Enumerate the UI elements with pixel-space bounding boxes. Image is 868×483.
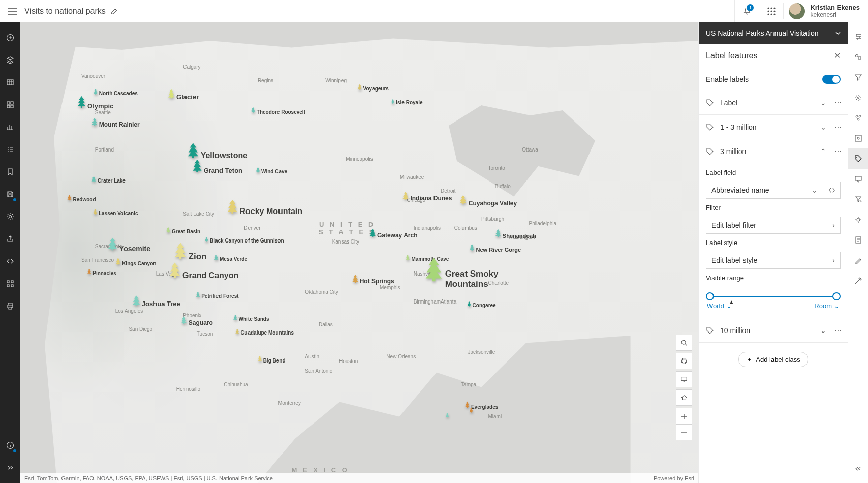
map-search-button[interactable] <box>676 335 692 351</box>
powered-by: Powered by Esri <box>654 475 694 481</box>
rail-embed[interactable] <box>0 251 20 271</box>
rr-effects[interactable] <box>848 87 869 108</box>
rr-properties[interactable] <box>848 26 869 47</box>
city-label: Milwaukee <box>400 174 424 180</box>
map-zoom-out-button[interactable] <box>676 424 692 440</box>
svg-rect-19 <box>11 285 13 287</box>
layer-dropdown[interactable]: US National Parks Annual Visitation <box>699 22 848 44</box>
edit-label-style-button[interactable]: Edit label style › <box>706 252 841 269</box>
rail-print[interactable] <box>0 296 20 316</box>
rr-popup[interactable] <box>848 169 869 189</box>
rail-expand[interactable] <box>0 458 20 478</box>
range-min-button[interactable]: World ⌄ <box>707 302 732 310</box>
svg-rect-14 <box>11 105 13 108</box>
svg-point-68 <box>857 118 859 120</box>
label-class-1-3-million[interactable]: 1 - 3 million ⌄ ⋯ <box>699 115 848 139</box>
map-display-button[interactable] <box>676 371 692 387</box>
tag-icon <box>706 147 715 156</box>
svg-rect-18 <box>7 285 9 287</box>
chevron-down-icon: ⌄ <box>818 123 828 131</box>
svg-point-1 <box>770 7 772 9</box>
rail-charts[interactable] <box>0 117 20 137</box>
rail-legend[interactable] <box>0 139 20 160</box>
svg-rect-10 <box>7 80 13 85</box>
app-launcher-button[interactable] <box>759 0 783 22</box>
rr-cluster[interactable] <box>848 108 869 128</box>
class-options-button[interactable]: ⋯ <box>833 99 844 107</box>
city-label: Calgary <box>183 64 200 70</box>
rail-save[interactable] <box>0 184 20 204</box>
rr-configure[interactable] <box>848 209 869 230</box>
country-label-us: U N I T E D S T A T E S <box>319 221 376 236</box>
city-label: Hermosillo <box>176 386 200 392</box>
svg-rect-13 <box>7 105 10 108</box>
rail-layers[interactable] <box>0 50 20 70</box>
rr-filter[interactable] <box>848 67 869 87</box>
city-label: Minneapolis <box>346 156 373 162</box>
range-max-button[interactable]: Room ⌄ <box>814 302 840 310</box>
map-attribution: Esri, TomTom, Garmin, FAO, NOAA, USGS, E… <box>24 475 273 481</box>
rr-symbology[interactable] <box>848 47 869 67</box>
class-options-button[interactable]: ⋯ <box>833 123 844 131</box>
map-print-button[interactable] <box>676 353 692 369</box>
notifications-button[interactable]: 1 <box>734 0 759 22</box>
svg-point-67 <box>859 115 861 117</box>
rr-sketch[interactable] <box>848 250 869 270</box>
add-label-class-button[interactable]: ＋ Add label class <box>738 352 808 367</box>
label-class-10-million[interactable]: 10 million ⌄ ⋯ <box>699 318 848 343</box>
svg-rect-17 <box>11 281 13 283</box>
label-class-3-million[interactable]: 3 million ⌃ ⋯ <box>699 139 848 164</box>
city-label: Tampa <box>461 382 476 387</box>
enable-labels-toggle[interactable] <box>822 75 841 84</box>
svg-point-66 <box>856 115 858 117</box>
label-style-label: Label style <box>706 239 841 247</box>
city-label: San Antonio <box>305 368 332 374</box>
rail-info[interactable] <box>0 435 20 456</box>
rr-fields[interactable] <box>848 128 869 148</box>
city-label: Vancouver <box>81 73 105 79</box>
city-label: Dallas <box>319 322 333 327</box>
rail-share[interactable] <box>0 229 20 249</box>
rail-basemap[interactable] <box>0 95 20 115</box>
rail-add[interactable] <box>0 27 20 48</box>
visible-range-slider[interactable]: ▲ <box>710 296 836 297</box>
city-label: Buffalo <box>495 184 511 189</box>
city-label: San Diego <box>129 326 152 332</box>
rail-settings[interactable] <box>0 206 20 227</box>
project-title: Visits to national parks <box>24 7 106 16</box>
label-field-select[interactable]: Abbreviated name ⌄ <box>706 182 823 199</box>
menu-button[interactable] <box>0 8 24 15</box>
city-label: Atlanta <box>441 299 456 305</box>
rr-labels[interactable] <box>848 148 869 169</box>
map-home-button[interactable] <box>676 389 692 406</box>
svg-point-3 <box>767 10 769 12</box>
rr-tools[interactable] <box>848 270 869 291</box>
edit-title-icon[interactable] <box>111 8 118 15</box>
label-class-label[interactable]: Label ⌄ ⋯ <box>699 90 848 115</box>
range-handle-max[interactable] <box>832 292 841 300</box>
range-handle-min[interactable] <box>706 292 714 300</box>
city-label: Salt Lake City <box>183 211 214 217</box>
rr-collapse[interactable] <box>848 459 869 479</box>
rail-bookmarks[interactable] <box>0 162 20 182</box>
map-canvas[interactable]: U N I T E D S T A T E S M E X I C O Vanc… <box>20 22 698 483</box>
city-label: Phoenix <box>183 313 201 318</box>
tag-icon <box>706 326 715 335</box>
user-username: kekenesri <box>810 11 860 18</box>
class-options-button[interactable]: ⋯ <box>833 326 844 335</box>
rr-analysis[interactable] <box>848 189 869 209</box>
city-label: Memphis <box>380 285 400 290</box>
class-options-button[interactable]: ⋯ <box>833 147 844 156</box>
edit-filter-button[interactable]: Edit label filter › <box>706 217 841 234</box>
city-label: Denver <box>244 225 260 231</box>
map-zoom-in-button[interactable] <box>676 408 692 424</box>
expression-button[interactable] <box>823 182 841 199</box>
city-label: Jacksonville <box>468 349 495 355</box>
rr-forms[interactable] <box>848 230 869 250</box>
rail-tables[interactable] <box>0 72 20 93</box>
rail-apps[interactable] <box>0 274 20 294</box>
chevron-down-icon <box>835 31 841 36</box>
user-menu[interactable]: Kristian Ekenes kekenesri <box>783 3 868 19</box>
svg-point-70 <box>857 137 859 139</box>
close-panel-button[interactable]: ✕ <box>834 51 841 61</box>
